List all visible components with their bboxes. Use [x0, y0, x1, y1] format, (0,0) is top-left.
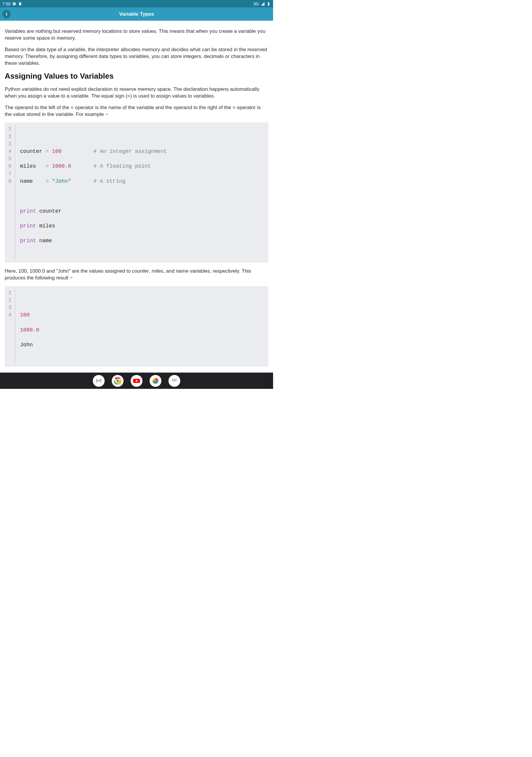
svg-point-5: [116, 379, 119, 382]
status-time: 7:50: [2, 1, 10, 6]
chrome-icon: [114, 377, 122, 385]
paragraph: Here, 100, 1000.0 and "John" are the val…: [5, 268, 268, 282]
paragraph: Variables are nothing but reserved memor…: [5, 28, 268, 42]
app-header: Variable Types: [0, 7, 273, 21]
page-title: Variable Types: [119, 11, 154, 17]
battery-icon: [267, 2, 271, 6]
svg-point-7: [172, 379, 173, 380]
paragraph: The operand to the left of the = operato…: [5, 105, 268, 118]
status-bar: 7:50 3G: [0, 0, 273, 7]
settings-icon: [12, 2, 16, 6]
paragraph: Based on the data type of a variable, th…: [5, 46, 268, 67]
svg-point-11: [174, 380, 175, 381]
svg-point-12: [176, 380, 176, 381]
paragraph: Python variables do not need explicit de…: [5, 86, 268, 100]
navigation-dock: [0, 373, 273, 389]
signal-icon: [261, 2, 265, 6]
svg-rect-0: [19, 2, 21, 5]
youtube-app-icon[interactable]: [131, 375, 142, 387]
line-gutter: 1 2 3 4 5 6 7 8: [5, 125, 15, 259]
svg-point-10: [172, 380, 173, 381]
apps-drawer-icon[interactable]: [168, 375, 180, 387]
files-icon: [18, 2, 22, 6]
youtube-icon: [133, 377, 141, 385]
chevron-left-icon: [4, 12, 9, 16]
gmail-app-icon[interactable]: [93, 375, 104, 387]
code-block: 1 2 3 4 5 6 7 8 counter = 100 # An integ…: [5, 122, 268, 262]
svg-point-9: [176, 379, 176, 380]
code-body: 100 1000.0 John: [15, 289, 44, 364]
gmail-icon: [95, 377, 102, 384]
code-body: counter = 100 # An integer assignment mi…: [15, 125, 172, 259]
back-button[interactable]: [2, 10, 11, 18]
photos-icon: [152, 377, 159, 384]
svg-rect-1: [268, 2, 270, 5]
svg-point-8: [174, 379, 175, 380]
apps-icon: [172, 378, 177, 383]
line-gutter: 1 2 3 4: [5, 289, 15, 364]
chrome-app-icon[interactable]: [112, 375, 124, 387]
svg-rect-2: [268, 2, 269, 2]
content-area[interactable]: Variables are nothing but reserved memor…: [0, 21, 273, 373]
network-label: 3G: [253, 1, 259, 6]
photos-app-icon[interactable]: [150, 375, 162, 387]
code-block: 1 2 3 4 100 1000.0 John: [5, 286, 268, 367]
section-heading: Assigning Values to Variables: [5, 72, 268, 81]
